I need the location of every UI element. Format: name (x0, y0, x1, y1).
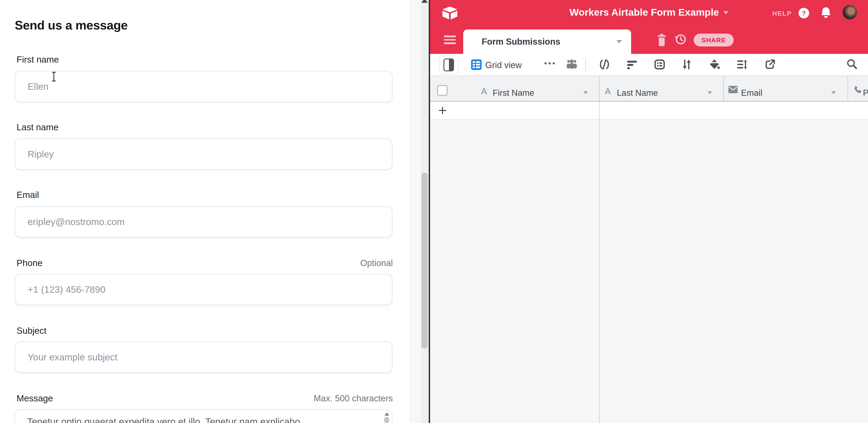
subject-label: Subject (17, 325, 46, 336)
airtable-window: Workers Airtable Form Example HELP ? For… (430, 0, 868, 423)
chevron-down-icon[interactable] (723, 11, 728, 14)
airtable-topbar: Workers Airtable Form Example HELP ? (430, 0, 868, 27)
first-name-label: First name (17, 54, 59, 65)
text-field-icon: A (605, 87, 611, 97)
frozen-column-divider (599, 102, 599, 119)
scroll-up-icon[interactable] (384, 413, 389, 416)
first-name-placeholder: Ellen (28, 71, 49, 102)
chevron-down-icon[interactable] (831, 91, 836, 94)
email-field-icon (728, 86, 738, 93)
select-all-checkbox[interactable] (437, 85, 447, 96)
hide-fields-icon[interactable] (599, 59, 610, 70)
collaborators-icon[interactable] (566, 58, 577, 69)
first-name-input[interactable]: Ellen (15, 71, 392, 102)
chevron-down-icon[interactable] (616, 40, 622, 43)
message-scroll-thumb[interactable] (384, 417, 389, 423)
email-label: Email (17, 190, 39, 200)
phone-placeholder: +1 (123) 456-7890 (28, 274, 105, 305)
page-scrollbar-thumb[interactable] (421, 173, 428, 349)
phone-input[interactable]: +1 (123) 456-7890 (15, 274, 392, 305)
column-header-first-name[interactable]: First Name (493, 88, 534, 98)
share-button[interactable]: SHARE (694, 34, 734, 47)
sidebar-icon (443, 58, 454, 71)
question-mark-icon[interactable]: ? (799, 8, 809, 19)
page-gutter (410, 0, 421, 423)
last-name-label: Last name (17, 122, 58, 132)
subject-input[interactable]: Your example subject (15, 341, 392, 373)
form-title: Send us a message (15, 19, 128, 33)
chevron-down-icon[interactable] (583, 91, 588, 94)
avatar[interactable] (843, 5, 857, 19)
table-tab-label: Form Submissions (482, 29, 560, 54)
view-name[interactable]: Grid view (485, 60, 522, 70)
search-icon[interactable] (846, 58, 858, 69)
message-maxchars-note: Max. 500 characters (314, 394, 393, 404)
bell-icon[interactable] (820, 7, 831, 19)
subject-placeholder: Your example subject (28, 342, 118, 372)
sort-icon[interactable] (681, 59, 692, 70)
text-cursor-icon (52, 72, 56, 82)
trash-icon[interactable] (657, 34, 666, 47)
column-header-phone[interactable]: Phone (863, 88, 868, 98)
last-name-input[interactable]: Ripley (15, 139, 392, 170)
scroll-up-arrow-icon[interactable] (421, 0, 428, 3)
contact-form-pane: Send us a message First name Ellen Last … (0, 0, 410, 423)
view-options-ellipsis[interactable]: ••• (544, 59, 557, 68)
airtable-tabbar: Form Submissions SHARE (430, 27, 868, 54)
column-divider[interactable] (723, 76, 724, 101)
column-header-last-name[interactable]: Last Name (617, 88, 658, 98)
row-height-icon[interactable] (737, 59, 747, 70)
message-text: Tenetur optio quaerat expedita vero et i… (27, 416, 381, 423)
last-name-placeholder: Ripley (28, 139, 54, 170)
toolbar-divider (585, 58, 586, 71)
plus-icon[interactable] (439, 107, 446, 114)
group-icon[interactable] (654, 59, 665, 70)
message-label: Message (17, 393, 53, 404)
help-button[interactable]: HELP (772, 10, 792, 17)
grid-view-icon[interactable] (471, 59, 482, 70)
frozen-column-divider[interactable] (599, 120, 599, 423)
phone-field-icon (852, 85, 862, 95)
text-field-icon: A (481, 87, 487, 97)
grid-empty-area (430, 120, 868, 423)
column-divider[interactable] (599, 76, 599, 101)
chevron-down-icon[interactable] (708, 91, 712, 94)
column-header-email[interactable]: Email (741, 88, 763, 98)
view-sidebar-toggle[interactable] (439, 56, 459, 74)
phone-optional-note: Optional (360, 258, 393, 268)
column-divider[interactable] (847, 76, 848, 101)
phone-label: Phone (17, 258, 42, 268)
add-record-row[interactable] (430, 102, 868, 120)
filter-icon[interactable] (626, 59, 638, 70)
share-view-icon[interactable] (765, 59, 776, 70)
base-title[interactable]: Workers Airtable Form Example (569, 7, 719, 18)
color-icon[interactable] (709, 59, 720, 70)
email-input[interactable]: eripley@nostromo.com (15, 206, 392, 238)
email-placeholder: eripley@nostromo.com (28, 207, 125, 237)
screen: Send us a message First name Ellen Last … (0, 0, 868, 423)
history-icon[interactable] (674, 33, 687, 46)
tab-form-submissions[interactable]: Form Submissions (463, 29, 631, 54)
